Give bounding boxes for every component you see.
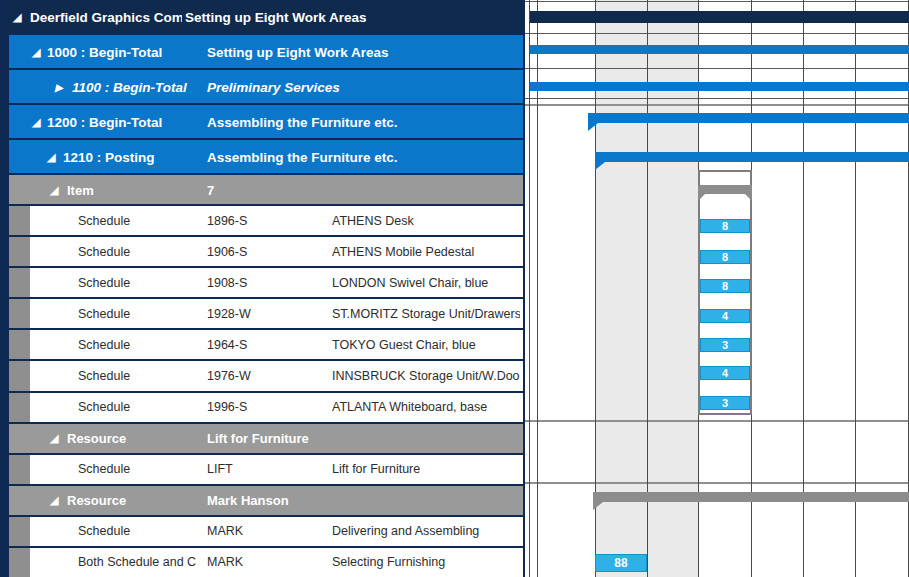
resource-description: Delivering and Assembling [332, 524, 520, 538]
chart-row-line [525, 98, 909, 99]
indent-cell [9, 361, 30, 390]
task-1000-bar[interactable] [530, 45, 909, 54]
section-value: Lift for Furniture [207, 431, 309, 446]
section-value: 7 [207, 182, 214, 197]
indent-cell [9, 393, 30, 422]
task-1100-bar[interactable] [530, 82, 909, 91]
item-number: 1996-S [207, 400, 247, 414]
project-summary-bar[interactable] [530, 11, 909, 23]
row-task-1000[interactable]: ◢ 1000 : Begin-Total Setting up Eight Wo… [9, 35, 523, 70]
resource-description: Lift for Furniture [332, 462, 520, 476]
expand-icon[interactable]: ◢ [32, 46, 40, 57]
resource-description: Selecting Furnishing [332, 555, 520, 569]
row-schedule-lift[interactable]: Schedule LIFT Lift for Furniture [9, 455, 523, 486]
item-number: 1906-S [207, 245, 247, 259]
item-description: ST.MORITZ Storage Unit/Drawers [332, 307, 520, 321]
section-label: Resource [67, 431, 126, 446]
indent-cell [9, 455, 30, 484]
line-type: Schedule [78, 524, 130, 538]
load-bar-1908s[interactable]: 8 [700, 279, 750, 293]
expand-icon[interactable]: ◢ [47, 151, 55, 162]
row-section-resource-mark[interactable]: ◢ Resource Mark Hanson [9, 486, 523, 517]
expand-icon[interactable]: ◢ [50, 184, 58, 195]
task-description: Preliminary Services [207, 79, 340, 94]
resource-number: LIFT [207, 462, 233, 476]
resource-mark-summary-bar[interactable] [593, 492, 909, 502]
row-schedule-1928w[interactable]: Schedule 1928-W ST.MORITZ Storage Unit/D… [9, 299, 523, 330]
row-schedule-1906s[interactable]: Schedule 1906-S ATHENS Mobile Pedestal [9, 237, 523, 268]
line-type: Schedule [78, 338, 130, 352]
row-section-resource-lift[interactable]: ◢ Resource Lift for Furniture [9, 424, 523, 455]
expand-icon[interactable]: ◢ [13, 11, 21, 22]
item-description: LONDON Swivel Chair, blue [332, 276, 520, 290]
task-description: Setting up Eight Work Areas [207, 44, 389, 59]
indent-cell [9, 206, 30, 235]
row-schedule-1996s[interactable]: Schedule 1996-S ATLANTA Whiteboard, base [9, 393, 523, 424]
item-summary-bracket [698, 185, 752, 194]
task-1210-start-marker [595, 162, 605, 170]
task-number: 1200 : Begin-Total [47, 114, 162, 129]
row-task-1200[interactable]: ◢ 1200 : Begin-Total Assembling the Furn… [9, 105, 523, 140]
row-schedule-1908s[interactable]: Schedule 1908-S LONDON Swivel Chair, blu… [9, 268, 523, 299]
row-schedule-mark[interactable]: Schedule MARK Delivering and Assembling [9, 517, 523, 548]
item-number: 1908-S [207, 276, 247, 290]
row-company[interactable]: ◢ Deerfield Graphics Comp Setting up Eig… [9, 0, 523, 35]
task-number: 1000 : Begin-Total [47, 44, 162, 59]
line-type: Schedule [78, 462, 130, 476]
expand-icon[interactable]: ◢ [32, 116, 40, 127]
row-task-1100[interactable]: ▶ 1100 : Begin-Total Preliminary Service… [9, 70, 523, 105]
expand-icon[interactable]: ◢ [50, 433, 58, 444]
line-type: Schedule [78, 245, 130, 259]
item-description: ATHENS Mobile Pedestal [332, 245, 520, 259]
indent-cell [9, 548, 30, 577]
row-schedule-1964s[interactable]: Schedule 1964-S TOKYO Guest Chair, blue [9, 330, 523, 361]
planning-gantt-view: ◢ Deerfield Graphics Comp Setting up Eig… [0, 0, 909, 577]
collapse-icon[interactable]: ▶ [55, 81, 63, 92]
gantt-chart: 8 8 8 4 3 4 3 88 [525, 0, 909, 577]
line-type: Schedule [78, 307, 130, 321]
line-type: Schedule [78, 276, 130, 290]
item-description: TOKYO Guest Chair, blue [332, 338, 520, 352]
task-description: Assembling the Furniture etc. [207, 114, 398, 129]
item-number: 1976-W [207, 369, 251, 383]
item-description: ATHENS Desk [332, 214, 520, 228]
load-bar-1976w[interactable]: 4 [700, 366, 750, 380]
indent-cell [9, 330, 30, 359]
item-description: INNSBRUCK Storage Unit/W.Door [332, 369, 520, 383]
row-schedule-1896s[interactable]: Schedule 1896-S ATHENS Desk [9, 206, 523, 237]
load-bar-1906s[interactable]: 8 [700, 250, 750, 264]
task-1200-start-marker [588, 123, 598, 131]
indent-cell [9, 299, 30, 328]
item-description: ATLANTA Whiteboard, base [332, 400, 520, 414]
task-description: Assembling the Furniture etc. [207, 149, 398, 164]
row-schedule-1976w[interactable]: Schedule 1976-W INNSBRUCK Storage Unit/W… [9, 361, 523, 392]
chart-section-line [525, 420, 909, 422]
company-name: Deerfield Graphics Comp [30, 9, 182, 24]
task-1200-bar[interactable] [588, 113, 909, 123]
task-1210-bar[interactable] [595, 152, 909, 162]
line-type: Both Schedule and C [78, 555, 205, 569]
resource-mark-start-marker [593, 502, 603, 510]
row-both-schedule-mark[interactable]: Both Schedule and C MARK Selecting Furni… [9, 548, 523, 577]
section-label: Item [67, 182, 94, 197]
load-bar-mark-selecting[interactable]: 88 [595, 554, 647, 572]
item-number: 1896-S [207, 214, 247, 228]
item-number: 1928-W [207, 307, 251, 321]
indent-cell [9, 517, 30, 546]
row-task-1210[interactable]: ◢ 1210 : Posting Assembling the Furnitur… [9, 140, 523, 175]
task-number: 1100 : Begin-Total [72, 79, 187, 94]
load-bar-1996s[interactable]: 3 [700, 396, 750, 410]
load-bar-1964s[interactable]: 3 [700, 338, 750, 352]
indent-cell [9, 268, 30, 297]
chart-section-line [525, 104, 909, 106]
line-type: Schedule [78, 369, 130, 383]
chart-row-line [525, 1, 909, 2]
expand-icon[interactable]: ◢ [50, 495, 58, 506]
task-table: ◢ Deerfield Graphics Comp Setting up Eig… [0, 0, 525, 577]
chart-row-line [525, 68, 909, 69]
item-number: 1964-S [207, 338, 247, 352]
load-bar-1896s[interactable]: 8 [700, 219, 750, 233]
load-bar-1928w[interactable]: 4 [700, 309, 750, 323]
row-section-item[interactable]: ◢ Item 7 [9, 175, 523, 206]
chart-row-line [525, 33, 909, 34]
